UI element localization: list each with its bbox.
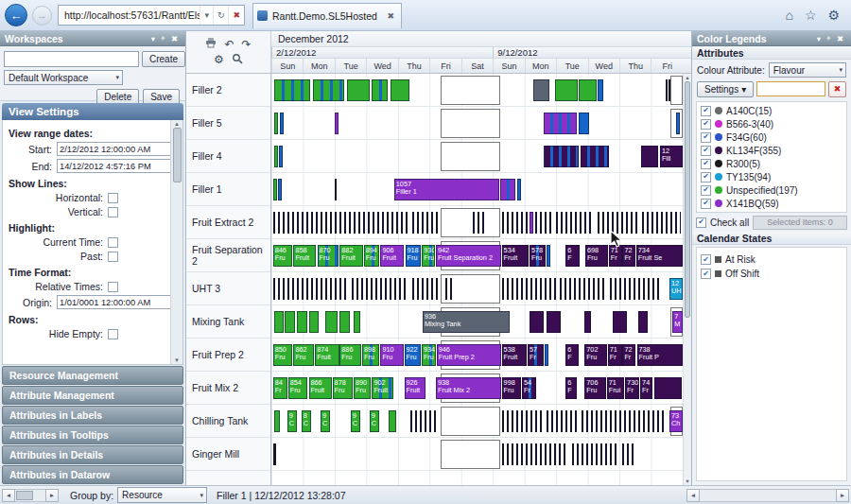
gantt-bar[interactable]: 9 C <box>287 410 297 432</box>
accordion-attributes-in-tooltips[interactable]: Attributes in Tooltips <box>2 426 183 444</box>
close-panel-icon[interactable]: ✖ <box>834 34 846 43</box>
gantt-bar[interactable] <box>622 443 634 465</box>
gantt-bar[interactable]: 890 Fru <box>354 377 371 399</box>
gantt-bar[interactable] <box>582 410 617 432</box>
gantt-bar[interactable] <box>502 410 544 432</box>
row-label[interactable]: Filler 2 <box>186 74 270 107</box>
gantt-bar[interactable] <box>502 443 537 465</box>
gantt-bar[interactable]: 706 Fru <box>584 377 606 399</box>
check-all-checkbox[interactable]: ✔ <box>696 217 706 228</box>
gantt-bar[interactable]: 54 Fr <box>522 377 536 399</box>
gantt-bar[interactable]: 854 Fru <box>288 377 308 399</box>
accordion-attributes-in-details[interactable]: Attributes in Details <box>2 445 183 464</box>
gantt-bar[interactable] <box>544 113 577 134</box>
gantt-bar[interactable]: 9 C <box>370 410 379 432</box>
legend-search-input[interactable] <box>756 81 825 96</box>
start-date-input[interactable] <box>57 142 172 156</box>
gantt-bar[interactable]: 906 Fruit <box>380 245 404 267</box>
gantt-bar[interactable] <box>598 79 603 101</box>
accordion-attributes-in-datarow[interactable]: Attributes in Datarow <box>2 465 183 484</box>
refresh-icon[interactable]: ↻ <box>213 6 229 25</box>
gantt-bar[interactable] <box>280 113 284 134</box>
gantt-bar[interactable] <box>572 443 598 465</box>
calendar-state-item[interactable]: ✔Off Shift <box>701 267 842 281</box>
gantt-bar[interactable] <box>391 79 410 101</box>
gantt-bar[interactable] <box>273 179 277 200</box>
scrollbar-thumb[interactable] <box>173 128 182 182</box>
view-settings-header[interactable]: View Settings <box>2 103 183 120</box>
gantt-bar[interactable]: 870 Fru <box>318 245 339 267</box>
gantt-bar[interactable] <box>412 278 439 300</box>
gantt-vertical-scrollbar[interactable]: ▲ ▼ <box>683 74 691 485</box>
gantt-bar[interactable] <box>389 410 396 432</box>
gantt-bar[interactable] <box>502 212 553 234</box>
gantt-bar[interactable]: 926 Fruit <box>405 377 426 399</box>
favorites-star-icon[interactable]: ☆ <box>805 8 817 23</box>
gantt-bar[interactable] <box>547 311 561 333</box>
gantt-bar[interactable] <box>349 212 409 234</box>
gantt-bar[interactable]: 9 C <box>321 410 330 432</box>
calendar-state-checkbox[interactable]: ✔ <box>701 254 711 265</box>
gantt-bar[interactable] <box>313 79 345 101</box>
gantt-bar[interactable]: 12 Fill <box>660 146 683 167</box>
gantt-bar[interactable] <box>530 311 544 333</box>
gantt-bar[interactable]: 738 Fruit P <box>637 344 684 366</box>
create-workspace-button[interactable]: Create <box>142 51 185 67</box>
gantt-bar[interactable]: 998 Fru <box>502 377 522 399</box>
gantt-bar[interactable]: 882 Fruit <box>339 245 362 267</box>
gantt-bar[interactable] <box>273 278 349 300</box>
gantt-bar[interactable] <box>354 311 360 333</box>
scroll-down-icon[interactable]: ▼ <box>174 357 180 363</box>
gantt-bar[interactable] <box>610 278 661 300</box>
workspace-name-input[interactable] <box>4 51 139 67</box>
gantt-bar[interactable] <box>669 79 670 101</box>
gantt-bar[interactable]: 702 Fru <box>584 344 606 366</box>
gantt-bar[interactable]: 6 F <box>565 344 579 366</box>
gantt-bar[interactable]: 1057 Filler 1 <box>394 179 499 200</box>
row-label[interactable]: Fruit Extract 2 <box>186 206 270 239</box>
tab-close-icon[interactable]: ✖ <box>384 11 397 21</box>
row-label[interactable]: Mixing Tank <box>186 305 270 339</box>
gantt-bar[interactable]: 866 Fruit <box>309 377 332 399</box>
gantt-bar[interactable] <box>638 311 648 333</box>
gantt-bar[interactable] <box>600 443 619 465</box>
gantt-bar[interactable]: 886 Fru <box>339 344 361 366</box>
gantt-bar[interactable] <box>502 278 556 300</box>
gantt-bar[interactable]: 862 Fru <box>293 344 314 366</box>
gantt-bar[interactable] <box>274 410 281 432</box>
scroll-down-icon[interactable]: ▼ <box>685 478 689 484</box>
row-label[interactable]: UHT 3 <box>186 272 270 305</box>
accordion-attribute-management[interactable]: Attribute Management <box>2 386 183 405</box>
scrollbar-thumb[interactable] <box>16 491 33 500</box>
gantt-bar[interactable] <box>641 146 658 167</box>
gantt-bar[interactable] <box>279 146 283 167</box>
legend-checkbox[interactable]: ✔ <box>701 132 711 143</box>
legend-item[interactable]: ✔B566-3(40) <box>697 117 846 130</box>
scroll-right-icon[interactable]: ► <box>836 489 849 502</box>
gantt-bar[interactable] <box>412 212 438 234</box>
relative-times-checkbox[interactable] <box>108 282 118 292</box>
back-button[interactable]: ← <box>5 4 27 26</box>
home-icon[interactable]: ⌂ <box>785 8 792 23</box>
gantt-bar[interactable]: 8 C <box>302 410 311 432</box>
gantt-bar[interactable] <box>410 410 426 432</box>
past-checkbox[interactable] <box>108 252 118 262</box>
stop-icon[interactable]: ✖ <box>228 6 244 25</box>
legend-checkbox[interactable]: ✔ <box>701 146 711 156</box>
legend-checkbox[interactable]: ✔ <box>701 106 711 116</box>
gantt-bar[interactable]: 538 Fruit <box>502 344 528 366</box>
row-label[interactable]: Fruit Prep 2 <box>186 339 270 372</box>
gantt-bar[interactable]: 934 Fru <box>422 344 436 366</box>
scroll-left-icon[interactable]: ◄ <box>2 489 15 502</box>
address-dropdown-icon[interactable]: ▾ <box>200 6 213 25</box>
legend-item[interactable]: ✔A140C(15) <box>697 104 846 117</box>
gantt-bar[interactable] <box>545 344 548 366</box>
gantt-settings-gear-icon[interactable]: ⚙ <box>214 54 224 65</box>
gantt-bar[interactable]: 72 Fr <box>622 344 635 366</box>
legend-checkbox[interactable]: ✔ <box>701 172 711 182</box>
gantt-bar[interactable] <box>619 410 664 432</box>
row-label[interactable]: Filler 4 <box>186 140 270 173</box>
collapse-icon[interactable]: ▾ <box>814 34 824 43</box>
close-panel-icon[interactable]: ✖ <box>168 34 181 43</box>
gantt-bar[interactable] <box>274 311 284 333</box>
